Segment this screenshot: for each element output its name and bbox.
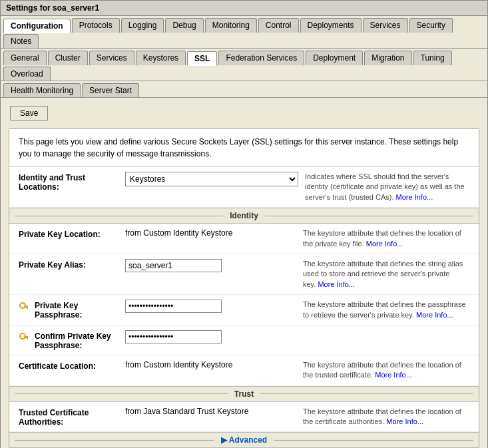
confirm-passphrase-row: Confirm Private Key Passphrase:: [9, 326, 479, 355]
advanced-line-left: [15, 440, 214, 441]
tab-debug[interactable]: Debug: [165, 18, 203, 33]
private-key-location-value: from Custom Identity Keystore: [125, 228, 296, 238]
top-save-bar: Save: [5, 102, 483, 124]
advanced-section-header: ▶ Advanced: [9, 432, 479, 448]
tab-security[interactable]: Security: [409, 18, 453, 33]
tab-ssl[interactable]: SSL: [187, 51, 217, 66]
tab-cluster[interactable]: Cluster: [48, 51, 88, 65]
tab-row-1: ConfigurationProtocolsLoggingDebugMonito…: [1, 16, 487, 49]
trust-line-left: [15, 393, 228, 394]
private-key-passphrase-input[interactable]: [125, 300, 222, 313]
identity-trust-control: KeystoresFiles: [125, 172, 298, 186]
identity-section-header: Identity: [9, 208, 479, 224]
tab-deployment[interactable]: Deployment: [306, 51, 363, 65]
main-window: Settings for soa_server1 ConfigurationPr…: [0, 0, 488, 448]
certificate-location-row: Certificate Location: from Custom Identi…: [9, 355, 479, 386]
private-key-alias-label: Private Key Alias:: [19, 259, 125, 270]
confirm-passphrase-control: [125, 330, 296, 343]
tab-notes[interactable]: Notes: [3, 34, 39, 48]
save-button-top[interactable]: Save: [10, 106, 48, 120]
svg-rect-5: [27, 338, 28, 339]
private-key-alias-row: Private Key Alias: The keystore attribut…: [9, 254, 479, 295]
identity-line-right: [265, 216, 473, 216]
trusted-cert-value: from Java Standard Trust Keystore: [125, 407, 296, 416]
identity-section-title: Identity: [227, 211, 261, 220]
trust-section-title: Trust: [232, 389, 256, 399]
private-key-passphrase-label: Private Key Passphrase:: [35, 300, 125, 320]
tab-configuration[interactable]: Configuration: [3, 19, 71, 33]
key-icon-2: [19, 332, 29, 342]
tab-server-start[interactable]: Server Start: [82, 83, 139, 97]
private-key-alias-more-info[interactable]: More Info...: [318, 280, 355, 288]
private-key-location-more-info[interactable]: More Info...: [366, 240, 403, 248]
tab-monitoring[interactable]: Monitoring: [205, 18, 257, 33]
trusted-cert-desc: The keystore attribute that defines the …: [303, 407, 469, 427]
window-title: Settings for soa_server1: [6, 3, 99, 13]
tab-federation-services[interactable]: Federation Services: [218, 51, 304, 65]
tab-deployments[interactable]: Deployments: [300, 18, 362, 33]
advanced-section-title: Advanced: [229, 435, 267, 445]
tab-row-3: Health MonitoringServer Start: [1, 81, 487, 98]
confirm-passphrase-label: Confirm Private Key Passphrase:: [35, 330, 125, 350]
title-bar: Settings for soa_server1: [1, 1, 487, 16]
private-key-location-desc: The keystore attribute that defines the …: [303, 228, 469, 249]
trusted-cert-more-info[interactable]: More Info...: [386, 417, 423, 425]
private-key-location-label: Private Key Location:: [19, 228, 125, 239]
tab-general[interactable]: General: [3, 51, 47, 65]
private-key-passphrase-row: Private Key Passphrase: The keystore att…: [9, 295, 479, 326]
tab-control[interactable]: Control: [258, 18, 299, 33]
identity-trust-select[interactable]: KeystoresFiles: [125, 172, 298, 186]
certificate-location-value: from Custom Identity Keystore: [125, 360, 296, 369]
tab-services[interactable]: Services: [89, 51, 134, 65]
trust-line-right: [260, 393, 473, 394]
private-key-passphrase-more-info[interactable]: More Info...: [416, 311, 453, 319]
identity-trust-more-info[interactable]: More Info...: [396, 193, 433, 201]
certificate-location-desc: The keystore attribute that defines the …: [303, 360, 469, 381]
description-box: This page lets you view and define vario…: [9, 129, 479, 167]
confirm-passphrase-input[interactable]: [125, 330, 222, 343]
svg-rect-4: [24, 336, 28, 338]
certificate-location-more-info[interactable]: More Info...: [375, 371, 412, 379]
advanced-line-right: [274, 440, 473, 441]
tab-logging[interactable]: Logging: [121, 18, 164, 33]
tab-health-monitoring[interactable]: Health Monitoring: [3, 83, 81, 97]
tab-migration[interactable]: Migration: [364, 51, 411, 65]
description-text: This page lets you view and define vario…: [19, 137, 458, 158]
trusted-cert-label: Trusted Certificate Authorities:: [19, 407, 125, 427]
advanced-expand-icon[interactable]: ▶: [221, 435, 227, 445]
tab-tuning[interactable]: Tuning: [413, 51, 452, 65]
tab-row-2: GeneralClusterServicesKeystoresSSLFedera…: [1, 49, 487, 81]
content-area: This page lets you view and define vario…: [9, 128, 479, 448]
identity-trust-label: Identity and Trust Locations:: [19, 172, 125, 192]
identity-trust-desc: Indicates where SSL should find the serv…: [305, 172, 469, 202]
tab-overload[interactable]: Overload: [3, 67, 51, 81]
private-key-passphrase-desc: The keystore attribute that defines the …: [303, 300, 469, 320]
certificate-location-label: Certificate Location:: [19, 360, 125, 371]
svg-rect-2: [27, 308, 28, 309]
private-key-alias-control: [125, 259, 296, 272]
confirm-icon-cell: [19, 330, 35, 342]
key-icon: [19, 301, 29, 312]
private-key-passphrase-control: [125, 300, 296, 313]
private-key-alias-desc: The keystore attribute that defines the …: [303, 259, 469, 290]
svg-rect-1: [24, 306, 28, 308]
tab-keystores[interactable]: Keystores: [136, 51, 186, 65]
tab-services[interactable]: Services: [363, 18, 408, 33]
private-key-location-row: Private Key Location: from Custom Identi…: [9, 224, 479, 254]
identity-line-left: [15, 216, 223, 216]
private-key-alias-input[interactable]: [125, 259, 222, 272]
passphrase-icon-cell: [19, 300, 35, 312]
identity-trust-row: Identity and Trust Locations: KeystoresF…: [9, 167, 479, 208]
tab-protocols[interactable]: Protocols: [72, 18, 120, 33]
trust-section-header: Trust: [9, 386, 479, 402]
trusted-cert-row: Trusted Certificate Authorities: from Ja…: [9, 402, 479, 433]
